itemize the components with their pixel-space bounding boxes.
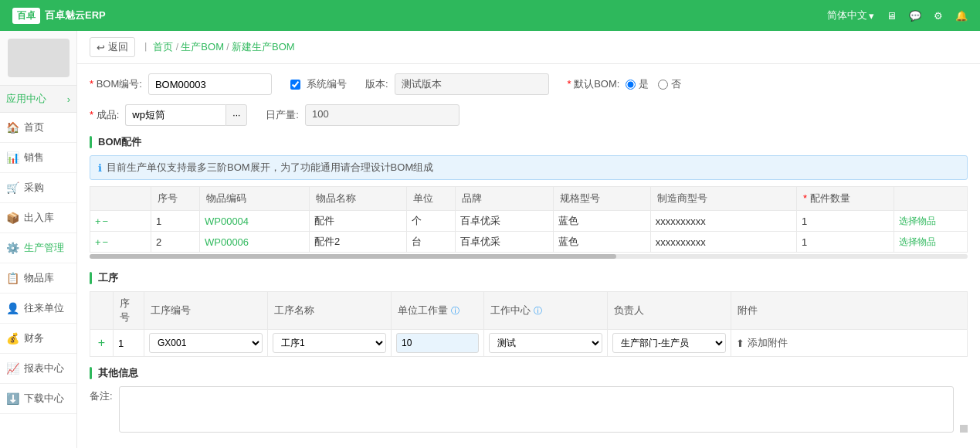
upload-icon: ⬆: [736, 338, 744, 349]
bom-code-field: BOM编号:: [90, 73, 272, 95]
sidebar-logo-placeholder: [8, 39, 70, 77]
sidebar-item-home[interactable]: 🏠 首页: [0, 113, 76, 143]
sidebar-item-reports[interactable]: 📈 报表中心: [0, 354, 76, 384]
product-browse-button[interactable]: ···: [226, 104, 247, 126]
bom-qty: 1: [797, 232, 894, 253]
ops-responsible-select[interactable]: 生产部门-生产员: [612, 333, 726, 353]
sidebar-logo-area: [0, 31, 76, 86]
bom-action[interactable]: 选择物品: [894, 211, 968, 232]
bom-col-unit: 单位: [407, 187, 456, 211]
other-section-title: 其他信息: [90, 366, 968, 380]
ops-col-responsible: 负责人: [608, 292, 731, 330]
bom-unit: 个: [407, 211, 456, 232]
bom-spec: 蓝色: [553, 232, 650, 253]
add-attachment-btn[interactable]: ⬆ 添加附件: [736, 336, 962, 350]
product-input[interactable]: [125, 104, 226, 126]
sidebar-item-download[interactable]: ⬇️ 下载中心: [0, 384, 76, 414]
home-icon: 🏠: [6, 121, 19, 134]
back-button[interactable]: ↩ 返回: [90, 37, 135, 57]
bom-col-item-code: 物品编码: [199, 187, 309, 211]
ops-section-title: 工序: [90, 271, 968, 285]
default-bom-no-radio[interactable]: [658, 80, 668, 90]
download-icon: ⬇️: [6, 392, 19, 405]
bom-section-title: BOM配件: [90, 135, 968, 149]
ops-col-seq: 序号: [114, 292, 144, 330]
ops-process-code-select[interactable]: GX001: [149, 333, 263, 353]
attachment-label: 添加附件: [748, 336, 788, 350]
add-row-icon[interactable]: +: [98, 336, 105, 349]
sidebar-item-inventory[interactable]: 📋 物品库: [0, 263, 76, 294]
add-row-icon[interactable]: +: [95, 216, 101, 227]
bom-row-actions: + −: [90, 232, 151, 253]
ops-seq: 1: [114, 330, 144, 357]
bom-spec: 蓝色: [553, 211, 650, 232]
logo: 百卓 百卓魅云ERP: [12, 8, 106, 24]
sidebar-item-finance[interactable]: 💰 财务: [0, 324, 76, 354]
bom-col-seq: 序号: [151, 187, 199, 211]
reports-icon: 📈: [6, 362, 19, 375]
default-bom-yes-radio[interactable]: [626, 80, 636, 90]
settings-icon[interactable]: ⚙: [934, 10, 943, 22]
ops-col-attachment: 附件: [731, 292, 968, 330]
bom-seq: 1: [151, 211, 199, 232]
bom-seq: 2: [151, 232, 199, 253]
bom-col-qty: 配件数量: [797, 187, 894, 211]
ops-attachment-cell: ⬆ 添加附件: [731, 330, 968, 357]
ops-work-center-select[interactable]: 测试: [489, 333, 602, 353]
default-bom-yes-label: 是: [639, 77, 649, 91]
monitor-icon[interactable]: 🖥: [887, 10, 897, 22]
bell-icon[interactable]: 🔔: [955, 10, 968, 22]
back-arrow-icon: ↩: [97, 42, 105, 53]
warehouse-icon: 📦: [6, 212, 19, 224]
ops-add-row[interactable]: +: [90, 330, 114, 357]
form-content: BOM编号: 系统编号 版本: 测试版本 默认BOM: 是: [77, 64, 980, 448]
remove-row-icon[interactable]: −: [103, 216, 109, 227]
default-bom-no[interactable]: 否: [658, 77, 681, 91]
ops-col-workload: 单位工作量 ⓘ: [392, 292, 484, 330]
sidebar-app-center[interactable]: 应用中心 ›: [0, 86, 76, 113]
logo-box: 百卓: [12, 8, 40, 24]
breadcrumb-home[interactable]: 首页: [153, 41, 173, 53]
ops-process-name-select[interactable]: 工序1: [273, 333, 386, 353]
default-bom-yes[interactable]: 是: [626, 77, 649, 91]
ops-workload-input[interactable]: [396, 333, 479, 353]
resize-handle[interactable]: [960, 425, 968, 433]
daily-output-field: 日产量: 100: [266, 104, 459, 126]
sidebar-item-purchase[interactable]: 🛒 采购: [0, 173, 76, 203]
system-code-label: 系统编号: [307, 77, 347, 91]
bom-table-scrollbar[interactable]: [90, 254, 968, 259]
chat-icon[interactable]: 💬: [909, 10, 921, 22]
remove-row-icon[interactable]: −: [103, 236, 109, 248]
default-bom-label: 默认BOM:: [568, 77, 620, 91]
bom-table-row: + − 2 WP00006 配件2 台 百卓优采 蓝色 xxxxxxxxxx 1…: [90, 232, 968, 253]
breadcrumb: 丨 首页 / 生产BOM / 新建生产BOM: [141, 40, 295, 54]
bom-col-action: [894, 187, 968, 211]
form-row-2: 成品: ··· 日产量: 100: [90, 104, 968, 126]
product-label: 成品:: [90, 108, 119, 122]
system-code-checkbox[interactable]: [290, 80, 300, 90]
lang-selector[interactable]: 简体中文 ▾: [827, 8, 874, 22]
sidebar-item-production[interactable]: ⚙️ 生产管理: [0, 233, 76, 263]
contacts-icon: 👤: [6, 302, 19, 314]
sidebar-item-home-label: 首页: [24, 120, 44, 134]
bom-table-scrollbar-thumb: [90, 254, 616, 259]
sidebar-item-sales[interactable]: 📊 销售: [0, 143, 76, 173]
breadcrumb-bom[interactable]: 生产BOM: [181, 41, 224, 53]
bom-table-row: + − 1 WP00004 配件 个 百卓优采 蓝色 xxxxxxxxxx 1 …: [90, 211, 968, 232]
sidebar-item-download-label: 下载中心: [24, 392, 64, 406]
sidebar-item-contacts[interactable]: 👤 往来单位: [0, 294, 76, 324]
content-area: ↩ 返回 丨 首页 / 生产BOM / 新建生产BOM BOM编号: 系统编号: [77, 31, 980, 448]
sidebar-item-inventory-label: 物品库: [24, 271, 54, 285]
bom-code-input[interactable]: [148, 73, 272, 95]
remark-textarea[interactable]: [119, 386, 954, 433]
inventory-icon: 📋: [6, 272, 19, 284]
bom-info-box: ℹ 目前生产单仅支持最多三阶BOM展开，为了功能通用请合理设计BOM组成: [90, 155, 968, 180]
bom-action[interactable]: 选择物品: [894, 232, 968, 253]
add-row-icon[interactable]: +: [95, 236, 101, 248]
ops-responsible-cell: 生产部门-生产员: [608, 330, 731, 357]
bom-brand: 百卓优采: [456, 232, 553, 253]
sidebar-item-warehouse[interactable]: 📦 出入库: [0, 203, 76, 233]
chevron-right-icon: ›: [67, 93, 70, 105]
purchase-icon: 🛒: [6, 182, 19, 194]
ops-process-name-cell: 工序1: [268, 330, 392, 357]
